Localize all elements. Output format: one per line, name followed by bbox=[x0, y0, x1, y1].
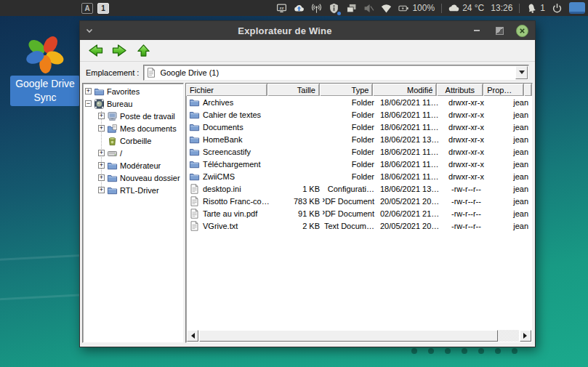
horizontal-scrollbar[interactable] bbox=[187, 330, 531, 342]
tree-item-bureau[interactable]: −Bureau bbox=[83, 97, 183, 110]
up-button[interactable] bbox=[134, 43, 153, 59]
column-header-taille[interactable]: Taille bbox=[267, 84, 319, 96]
file-owner-cell: jean bbox=[490, 182, 531, 195]
file-type-cell: PDF Document bbox=[323, 195, 377, 207]
file-row-archives[interactable]: ArchivesFolder18/06/2021 11…drwxr-xr-xje… bbox=[186, 96, 532, 108]
combobox-dropdown-button[interactable] bbox=[515, 66, 528, 79]
tree-item-mes-documents[interactable]: +Mes documents bbox=[83, 122, 183, 134]
expand-icon[interactable]: + bbox=[85, 88, 92, 94]
file-modified-cell: 18/06/2021 11… bbox=[377, 158, 443, 170]
tree-item-label: Modérateur bbox=[120, 161, 161, 170]
file-type-cell: Folder bbox=[323, 170, 377, 182]
close-button[interactable] bbox=[516, 25, 528, 37]
file-name-cell: Documents bbox=[186, 121, 270, 133]
screen-share-icon[interactable]: zz bbox=[276, 3, 287, 14]
file-name-cell: HomeBank bbox=[186, 133, 270, 145]
arrow-right-icon bbox=[111, 44, 128, 57]
tree-item-label: RTL-Driver bbox=[120, 186, 159, 195]
file-size-cell: 91 KB bbox=[270, 207, 323, 219]
expand-icon[interactable]: + bbox=[98, 113, 105, 119]
cloud-sync-icon[interactable] bbox=[294, 3, 305, 14]
file-row-tarte-au-vin-pdf[interactable]: Tarte au vin.pdf91 KBPDF Document02/06/2… bbox=[186, 207, 532, 219]
collapse-icon[interactable]: − bbox=[85, 100, 92, 107]
file-row-screencastify[interactable]: ScreencastifyFolder18/06/2021 11…drwxr-x… bbox=[186, 145, 532, 158]
playonlinux-clover-icon bbox=[25, 33, 65, 74]
file-row-cahier-de-textes[interactable]: Cahier de textesFolder18/06/2021 11…drwx… bbox=[186, 108, 532, 121]
window-menu-button[interactable] bbox=[80, 28, 99, 33]
file-row-desktop-ini[interactable]: desktop.ini1 KBConfigurati…18/06/2021 13… bbox=[186, 182, 532, 195]
tree-item-root[interactable]: +/ bbox=[83, 147, 183, 159]
power-applet[interactable] bbox=[552, 3, 563, 14]
battery-applet[interactable]: 100% bbox=[398, 3, 435, 14]
wifi-icon[interactable] bbox=[381, 3, 392, 14]
column-header-type[interactable]: Type bbox=[320, 84, 373, 96]
file-attrs-cell: drwxr-xr-x bbox=[443, 133, 490, 145]
column-header-attributs[interactable]: Attributs bbox=[437, 84, 483, 96]
file-modified-cell: 18/06/2021 11… bbox=[377, 145, 443, 158]
expand-icon[interactable]: + bbox=[98, 174, 105, 181]
file-attrs-cell: -rw-r--r-- bbox=[443, 219, 490, 232]
forward-button[interactable] bbox=[110, 43, 129, 59]
scrollbar-track[interactable] bbox=[498, 330, 519, 342]
file-size-cell bbox=[270, 133, 323, 145]
file-row-homebank[interactable]: HomeBankFolder18/06/2021 13…drwxr-xr-xje… bbox=[186, 133, 532, 145]
column-header-prop[interactable]: Prop… bbox=[483, 84, 524, 96]
arrow-up-icon bbox=[135, 44, 152, 57]
file-owner-cell: jean bbox=[490, 121, 531, 133]
tree-item-label: Favorites bbox=[107, 87, 140, 96]
tree-item-nouveau-dossier[interactable]: +Nouveau dossier bbox=[83, 172, 183, 184]
file-modified-cell: 20/05/2021 20… bbox=[377, 219, 443, 232]
restore-button[interactable] bbox=[494, 25, 505, 36]
file-name-cell: Téléchargement bbox=[186, 158, 270, 170]
file-row-vgrive-txt[interactable]: VGrive.txt2 KBText Docum…20/05/2021 20…-… bbox=[186, 219, 532, 232]
minimize-button[interactable] bbox=[471, 25, 483, 36]
titlebar[interactable]: Explorateur de Wine bbox=[80, 21, 535, 40]
file-name-cell: ZwiiCMS bbox=[186, 170, 270, 182]
clock-applet[interactable]: 13:26 bbox=[491, 3, 512, 13]
file-owner-cell: jean bbox=[490, 158, 531, 170]
folder-icon bbox=[107, 173, 118, 183]
notifications-applet[interactable]: 1 bbox=[526, 3, 545, 14]
file-attrs-cell: -rw-r--r-- bbox=[443, 182, 490, 195]
column-header-filler bbox=[524, 84, 532, 96]
column-header-modifi[interactable]: Modifié bbox=[373, 84, 437, 96]
file-row-zwiicms[interactable]: ZwiiCMSFolder18/06/2021 11…drwxr-xr-xjea… bbox=[186, 170, 532, 182]
arrow-left-icon bbox=[87, 44, 104, 57]
file-name: desktop.ini bbox=[203, 185, 241, 193]
expand-icon[interactable]: + bbox=[98, 150, 105, 156]
audio-muted-icon[interactable] bbox=[363, 3, 374, 14]
column-header-fichier[interactable]: Fichier bbox=[186, 84, 267, 96]
file-name-cell: Screencastify bbox=[186, 145, 270, 158]
tree-item-label: Mes documents bbox=[120, 124, 177, 133]
expand-icon[interactable]: + bbox=[98, 162, 105, 169]
network-signal-icon[interactable] bbox=[311, 3, 322, 14]
address-label: Emplacement : bbox=[86, 68, 139, 77]
shield-info-icon[interactable] bbox=[329, 3, 339, 14]
file-modified-cell: 20/05/2021 20… bbox=[377, 195, 443, 207]
workspace-indicator[interactable]: 1 bbox=[97, 3, 109, 14]
expand-icon[interactable]: + bbox=[98, 187, 105, 193]
file-attrs-cell: drwxr-xr-x bbox=[443, 108, 490, 121]
desktop-icon-label: Google Drive Sync bbox=[10, 76, 80, 106]
location-combobox[interactable]: Google Drive (1) bbox=[143, 65, 529, 81]
expand-icon[interactable]: + bbox=[98, 125, 105, 132]
file-row-risotto-franc-co[interactable]: Risotto Franc-co…783 KBPDF Document20/05… bbox=[186, 195, 532, 207]
scrollbar-thumb[interactable] bbox=[199, 330, 498, 342]
tree-item-poste-de-travail[interactable]: +Poste de travail bbox=[83, 110, 183, 122]
weather-applet[interactable]: 24 °C bbox=[448, 3, 484, 14]
tree-item-favorites[interactable]: +Favorites bbox=[83, 85, 183, 97]
show-desktop-button[interactable] bbox=[569, 2, 585, 14]
tree-item-rtl-driver[interactable]: +RTL-Driver bbox=[83, 184, 183, 196]
tree-item-mod-rateur[interactable]: +Modérateur bbox=[83, 159, 183, 172]
file-row-documents[interactable]: DocumentsFolder18/06/2021 11…drwxr-xr-xj… bbox=[186, 121, 532, 133]
scroll-left-button[interactable] bbox=[187, 330, 198, 342]
scroll-right-button[interactable] bbox=[520, 330, 531, 342]
desktop-icon-google-drive-sync[interactable]: Google Drive Sync bbox=[10, 33, 80, 106]
tree-item-corbeille[interactable]: Corbeille bbox=[83, 134, 183, 147]
windows-apps-icon[interactable] bbox=[346, 3, 357, 14]
keyboard-layout-indicator[interactable]: A bbox=[81, 3, 93, 14]
power-icon bbox=[552, 3, 563, 14]
file-row-t-l-chargement[interactable]: TéléchargementFolder18/06/2021 11…drwxr-… bbox=[186, 158, 532, 170]
back-button[interactable] bbox=[86, 43, 105, 59]
file-size-cell: 2 KB bbox=[270, 219, 323, 232]
